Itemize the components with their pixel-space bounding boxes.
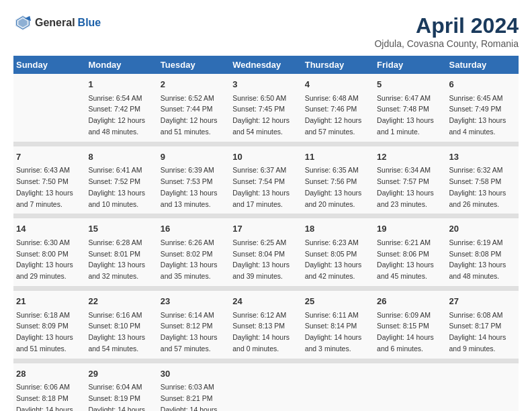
day-number: 16 <box>161 222 227 236</box>
header-tuesday: Tuesday <box>158 56 230 74</box>
day-info: Sunrise: 6:48 AMSunset: 7:46 PMDaylight:… <box>305 93 371 138</box>
day-info: Sunrise: 6:26 AMSunset: 8:02 PMDaylight:… <box>161 237 227 282</box>
day-number: 14 <box>16 222 83 236</box>
day-info: Sunrise: 6:37 AMSunset: 7:54 PMDaylight:… <box>232 165 299 210</box>
day-info: Sunrise: 6:03 AMSunset: 8:21 PMDaylight:… <box>161 381 227 411</box>
header-thursday: Thursday <box>302 56 374 74</box>
day-info: Sunrise: 6:28 AMSunset: 8:01 PMDaylight:… <box>88 237 154 282</box>
header-wednesday: Wednesday <box>230 56 302 74</box>
page-title: April 2024 <box>374 13 519 38</box>
day-number: 13 <box>449 150 516 164</box>
day-info: Sunrise: 6:52 AMSunset: 7:44 PMDaylight:… <box>161 93 227 138</box>
day-info: Sunrise: 6:45 AMSunset: 7:49 PMDaylight:… <box>449 93 516 138</box>
week-row-1: 1Sunrise: 6:54 AMSunset: 7:42 PMDaylight… <box>13 74 519 142</box>
weekday-header-row: SundayMondayTuesdayWednesdayThursdayFrid… <box>13 56 519 74</box>
day-number: 8 <box>88 150 154 164</box>
calendar-cell-w4-d7: 27Sunrise: 6:08 AMSunset: 8:17 PMDayligh… <box>447 291 519 359</box>
day-number: 12 <box>377 150 443 164</box>
calendar-cell-w5-d4 <box>230 363 302 411</box>
calendar-cell-w1-d2: 1Sunrise: 6:54 AMSunset: 7:42 PMDaylight… <box>85 74 157 142</box>
calendar-cell-w5-d5 <box>302 363 374 411</box>
day-number: 18 <box>305 222 371 236</box>
calendar-cell-w2-d1: 7Sunrise: 6:43 AMSunset: 7:50 PMDaylight… <box>13 146 85 214</box>
day-number: 7 <box>16 150 83 164</box>
calendar-cell-w4-d4: 24Sunrise: 6:12 AMSunset: 8:13 PMDayligh… <box>230 291 302 359</box>
day-info: Sunrise: 6:54 AMSunset: 7:42 PMDaylight:… <box>88 93 154 138</box>
day-number: 19 <box>377 222 443 236</box>
calendar-cell-w2-d3: 9Sunrise: 6:39 AMSunset: 7:53 PMDaylight… <box>158 146 230 214</box>
calendar-cell-w3-d4: 17Sunrise: 6:25 AMSunset: 8:04 PMDayligh… <box>230 218 302 287</box>
calendar-cell-w4-d2: 22Sunrise: 6:16 AMSunset: 8:10 PMDayligh… <box>85 291 157 359</box>
day-number: 6 <box>449 78 516 91</box>
calendar-cell-w2-d7: 13Sunrise: 6:32 AMSunset: 7:58 PMDayligh… <box>447 146 519 214</box>
calendar-cell-w4-d3: 23Sunrise: 6:14 AMSunset: 8:12 PMDayligh… <box>158 291 230 359</box>
calendar-cell-w3-d6: 19Sunrise: 6:21 AMSunset: 8:06 PMDayligh… <box>374 218 446 287</box>
calendar-cell-w2-d5: 11Sunrise: 6:35 AMSunset: 7:56 PMDayligh… <box>302 146 374 214</box>
week-row-3: 14Sunrise: 6:30 AMSunset: 8:00 PMDayligh… <box>13 218 519 287</box>
day-info: Sunrise: 6:39 AMSunset: 7:53 PMDaylight:… <box>161 165 227 210</box>
calendar-cell-w3-d3: 16Sunrise: 6:26 AMSunset: 8:02 PMDayligh… <box>158 218 230 287</box>
day-info: Sunrise: 6:09 AMSunset: 8:15 PMDaylight:… <box>377 310 443 355</box>
day-info: Sunrise: 6:35 AMSunset: 7:56 PMDaylight:… <box>305 165 371 210</box>
day-number: 17 <box>232 222 299 236</box>
day-info: Sunrise: 6:23 AMSunset: 8:05 PMDaylight:… <box>305 237 371 282</box>
calendar-cell-w2-d4: 10Sunrise: 6:37 AMSunset: 7:54 PMDayligh… <box>230 146 302 214</box>
header-monday: Monday <box>85 56 157 74</box>
day-number: 23 <box>161 295 227 308</box>
day-info: Sunrise: 6:32 AMSunset: 7:58 PMDaylight:… <box>449 165 516 210</box>
calendar-table: SundayMondayTuesdayWednesdayThursdayFrid… <box>13 56 519 411</box>
day-info: Sunrise: 6:04 AMSunset: 8:19 PMDaylight:… <box>88 381 154 411</box>
calendar-cell-w1-d4: 3Sunrise: 6:50 AMSunset: 7:45 PMDaylight… <box>230 74 302 142</box>
day-number: 29 <box>88 367 154 381</box>
day-info: Sunrise: 6:19 AMSunset: 8:08 PMDaylight:… <box>449 237 516 282</box>
calendar-cell-w1-d1 <box>13 74 85 142</box>
day-number: 27 <box>449 295 516 308</box>
day-number: 4 <box>305 78 371 91</box>
header-saturday: Saturday <box>447 56 519 74</box>
page-subtitle: Ojdula, Covasna County, Romania <box>374 38 519 49</box>
day-number: 22 <box>88 295 154 308</box>
calendar-cell-w1-d3: 2Sunrise: 6:52 AMSunset: 7:44 PMDaylight… <box>158 74 230 142</box>
day-number: 15 <box>88 222 154 236</box>
day-number: 2 <box>161 78 227 91</box>
day-info: Sunrise: 6:50 AMSunset: 7:45 PMDaylight:… <box>232 93 299 138</box>
day-info: Sunrise: 6:30 AMSunset: 8:00 PMDaylight:… <box>16 237 83 282</box>
header-friday: Friday <box>374 56 446 74</box>
calendar-cell-w4-d5: 25Sunrise: 6:11 AMSunset: 8:14 PMDayligh… <box>302 291 374 359</box>
day-info: Sunrise: 6:18 AMSunset: 8:09 PMDaylight:… <box>16 310 83 355</box>
calendar-cell-w5-d7 <box>447 363 519 411</box>
calendar-cell-w3-d2: 15Sunrise: 6:28 AMSunset: 8:01 PMDayligh… <box>85 218 157 287</box>
day-info: Sunrise: 6:41 AMSunset: 7:52 PMDaylight:… <box>88 165 154 210</box>
day-info: Sunrise: 6:11 AMSunset: 8:14 PMDaylight:… <box>305 310 371 355</box>
day-number: 3 <box>232 78 299 91</box>
calendar-cell-w5-d1: 28Sunrise: 6:06 AMSunset: 8:18 PMDayligh… <box>13 363 85 411</box>
day-number: 21 <box>16 295 83 308</box>
day-number: 26 <box>377 295 443 308</box>
day-number: 20 <box>449 222 516 236</box>
day-number: 25 <box>305 295 371 308</box>
week-row-5: 28Sunrise: 6:06 AMSunset: 8:18 PMDayligh… <box>13 363 519 411</box>
calendar-cell-w1-d6: 5Sunrise: 6:47 AMSunset: 7:48 PMDaylight… <box>374 74 446 142</box>
day-info: Sunrise: 6:06 AMSunset: 8:18 PMDaylight:… <box>16 381 83 411</box>
day-info: Sunrise: 6:25 AMSunset: 8:04 PMDaylight:… <box>232 237 299 282</box>
day-info: Sunrise: 6:21 AMSunset: 8:06 PMDaylight:… <box>377 237 443 282</box>
calendar-cell-w1-d5: 4Sunrise: 6:48 AMSunset: 7:46 PMDaylight… <box>302 74 374 142</box>
logo-blue-text: Blue <box>78 17 101 29</box>
day-info: Sunrise: 6:14 AMSunset: 8:12 PMDaylight:… <box>161 310 227 355</box>
calendar-cell-w5-d3: 30Sunrise: 6:03 AMSunset: 8:21 PMDayligh… <box>158 363 230 411</box>
calendar-cell-w3-d7: 20Sunrise: 6:19 AMSunset: 8:08 PMDayligh… <box>447 218 519 287</box>
calendar-cell-w3-d1: 14Sunrise: 6:30 AMSunset: 8:00 PMDayligh… <box>13 218 85 287</box>
week-row-4: 21Sunrise: 6:18 AMSunset: 8:09 PMDayligh… <box>13 291 519 359</box>
day-info: Sunrise: 6:43 AMSunset: 7:50 PMDaylight:… <box>16 165 83 210</box>
calendar-cell-w3-d5: 18Sunrise: 6:23 AMSunset: 8:05 PMDayligh… <box>302 218 374 287</box>
title-area: April 2024 Ojdula, Covasna County, Roman… <box>374 13 519 49</box>
logo-general-text: General <box>35 17 75 29</box>
calendar-cell-w5-d2: 29Sunrise: 6:04 AMSunset: 8:19 PMDayligh… <box>85 363 157 411</box>
day-info: Sunrise: 6:16 AMSunset: 8:10 PMDaylight:… <box>88 310 154 355</box>
day-info: Sunrise: 6:12 AMSunset: 8:13 PMDaylight:… <box>232 310 299 355</box>
logo-icon <box>13 13 32 32</box>
day-number: 5 <box>377 78 443 91</box>
logo-inner: General Blue <box>13 13 101 32</box>
week-row-2: 7Sunrise: 6:43 AMSunset: 7:50 PMDaylight… <box>13 146 519 214</box>
page-header: General Blue April 2024 Ojdula, Covasna … <box>13 13 519 49</box>
